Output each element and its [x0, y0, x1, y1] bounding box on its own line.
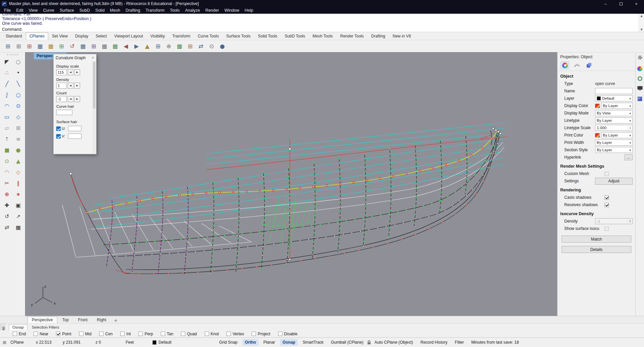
checkbox[interactable] — [56, 332, 60, 336]
ribbon-tab[interactable]: Curve Tools — [194, 32, 222, 40]
display-color-select[interactable]: By Layer — [601, 103, 633, 109]
checkbox[interactable] — [34, 332, 38, 336]
ribbon-tab[interactable]: Standard — [2, 32, 26, 40]
menu-item[interactable]: Transform — [143, 7, 167, 14]
surface-grid-tool[interactable]: ⊞ — [13, 123, 23, 133]
status-toggle[interactable]: Filter — [452, 339, 466, 346]
cone-tool[interactable]: ▲ — [13, 157, 23, 166]
explode-tool[interactable]: ∗ — [13, 190, 23, 199]
osnap-option[interactable]: End — [13, 332, 26, 336]
cplane-next-button[interactable]: ▶ — [132, 42, 141, 51]
perspective-viewport[interactable]: z x y Perspective Curvature Graph Displa… — [25, 53, 557, 316]
checkbox[interactable] — [205, 332, 209, 336]
checkbox[interactable] — [79, 332, 83, 336]
menu-item[interactable]: Tools — [167, 7, 182, 14]
app-icon[interactable] — [2, 1, 7, 6]
checkbox[interactable] — [99, 332, 104, 336]
u-checkbox[interactable] — [56, 126, 61, 131]
osnap-option[interactable]: Vertex — [227, 332, 244, 336]
menu-item[interactable]: Render — [203, 7, 222, 14]
match-button[interactable]: Match — [562, 236, 631, 243]
menu-item[interactable]: Window — [222, 7, 242, 14]
status-current-layer[interactable]: Default — [152, 340, 193, 345]
ellipse-tool[interactable]: ⊙ — [13, 101, 23, 110]
osnap-option[interactable]: Tan — [161, 332, 173, 336]
display-scale-input[interactable]: 115 — [56, 69, 67, 75]
ribbon-tab[interactable]: Display — [71, 32, 92, 40]
command-input[interactable] — [24, 27, 644, 32]
details-button[interactable]: Details — [562, 246, 631, 253]
render-sphere-icon[interactable] — [637, 66, 642, 71]
display-scale-increase-button[interactable] — [74, 69, 80, 75]
cplane-to-curve-button[interactable]: ▦ — [46, 42, 55, 51]
v-color-well[interactable] — [68, 134, 81, 139]
cplane-mirror-button[interactable]: ⇄ — [196, 42, 205, 51]
print-width-select[interactable]: By Layer — [595, 140, 633, 146]
cplane-sync-views-button[interactable]: ⊙ — [207, 42, 216, 51]
checkbox[interactable] — [13, 332, 17, 336]
mirror-tool[interactable]: ⇄ — [2, 223, 12, 232]
scroll-up-icon[interactable]: ▲ — [639, 14, 644, 18]
u-color-well[interactable] — [68, 126, 81, 131]
ribbon-tab[interactable]: Transform — [169, 32, 194, 40]
panel-tab-curvature-graph[interactable] — [573, 62, 581, 69]
osnap-option[interactable]: Disable — [278, 332, 298, 336]
show-surface-isocurve-checkbox[interactable] — [604, 227, 609, 231]
count-input[interactable]: -1 — [56, 96, 67, 102]
grid-settings-button[interactable]: ▦ — [111, 42, 120, 51]
named-cplane-button[interactable]: ▦ — [100, 42, 109, 51]
hyperlink-browse-button[interactable]: ... — [625, 154, 633, 160]
cplane-world-top-button[interactable]: ⊞ — [3, 42, 12, 51]
osnap-option[interactable]: Near — [34, 332, 48, 336]
ribbon-tab[interactable]: Drafting — [368, 32, 389, 40]
split-tool[interactable]: ∥ — [13, 179, 23, 188]
checkbox[interactable] — [161, 332, 165, 336]
viewport-tab[interactable]: Right — [92, 317, 111, 323]
status-toggle[interactable]: Grid Snap — [217, 339, 240, 346]
cplane-bottom-button[interactable]: ⊞ — [186, 42, 195, 51]
ribbon-tab[interactable]: Visibility — [147, 32, 169, 40]
lock-icon[interactable] — [367, 340, 371, 345]
cplane-3point-button[interactable]: ⊞ — [25, 42, 34, 51]
menu-item[interactable]: File — [1, 7, 13, 14]
density-increase-button[interactable] — [74, 83, 80, 89]
surface-tool[interactable]: ▱ — [2, 123, 12, 133]
density-decrease-button[interactable] — [68, 83, 73, 89]
panel-tab-properties[interactable] — [561, 62, 569, 69]
status-cplane[interactable]: CPlane — [10, 340, 36, 345]
ribbon-tab[interactable]: Viewport Layout — [111, 32, 147, 40]
move-tool[interactable]: ✚ — [2, 201, 12, 210]
ribbon-tab[interactable]: Mesh Tools — [309, 32, 336, 40]
cplane-to-surface-button[interactable]: ⊞ — [57, 42, 66, 51]
status-units[interactable]: Feet — [126, 340, 147, 345]
osnap-tab[interactable]: Osnap — [9, 324, 27, 330]
line-tool[interactable]: ╱ — [2, 79, 12, 88]
status-toggle[interactable]: Record History — [418, 339, 450, 346]
close-button[interactable]: × — [629, 0, 644, 7]
status-toggle[interactable]: Minutes from last save: 18 — [469, 339, 521, 346]
viewport-tab[interactable]: Front — [74, 317, 92, 323]
status-toggle[interactable]: Gumball (CPlane) — [329, 339, 366, 346]
status-toggle[interactable]: Auto CPlane (Object) — [372, 339, 415, 346]
cplane-world-front-button[interactable]: ▦ — [78, 42, 87, 51]
menu-item[interactable]: View — [26, 7, 41, 14]
new-viewport-icon[interactable]: + — [111, 318, 120, 323]
scrollbar-thumb[interactable] — [93, 62, 95, 108]
cplane-previous-button[interactable]: ◀ — [121, 42, 130, 51]
control-points-tool[interactable]: ∴ — [2, 68, 12, 77]
trim-tool[interactable]: ✂ — [2, 179, 12, 188]
ribbon-tab[interactable]: Render Tools — [336, 32, 368, 40]
checkbox[interactable] — [120, 332, 125, 336]
command-scrollbar[interactable]: ▲ ▼ — [639, 14, 644, 32]
count-decrease-button[interactable] — [68, 96, 73, 102]
receives-shadows-checkbox[interactable] — [604, 203, 609, 207]
menu-item[interactable]: Help — [242, 7, 256, 14]
osnap-option[interactable]: Mid — [79, 332, 91, 336]
extrude-tool[interactable]: ↑ — [2, 135, 12, 144]
checkbox[interactable] — [227, 332, 231, 336]
checkbox[interactable] — [252, 332, 256, 336]
join-tool[interactable]: ⊕ — [2, 190, 12, 199]
scroll-down-icon[interactable]: ▼ — [639, 27, 644, 32]
osnap-option[interactable]: Int — [120, 332, 131, 336]
casts-shadows-checkbox[interactable] — [604, 195, 609, 200]
